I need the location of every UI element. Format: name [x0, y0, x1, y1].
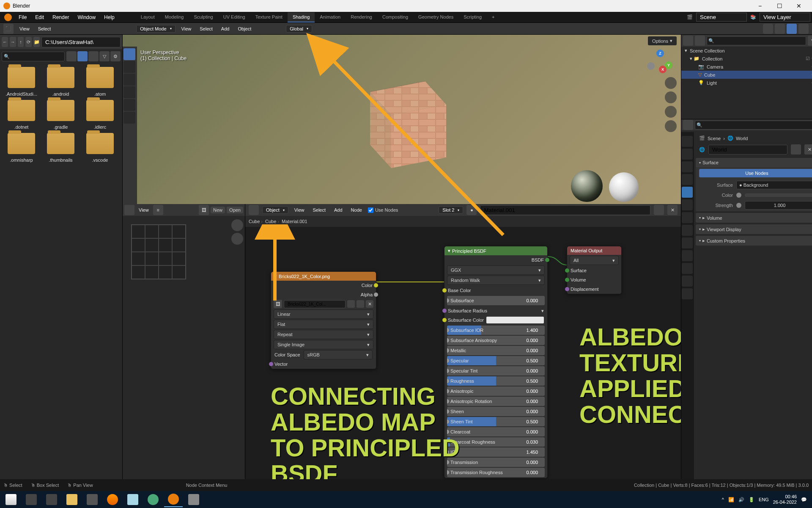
tab-animation[interactable]: Animation — [315, 12, 346, 22]
use-nodes-button[interactable]: Use Nodes — [699, 169, 812, 177]
outliner-mode-button[interactable] — [695, 36, 705, 46]
props-search[interactable]: 🔍 — [695, 121, 812, 130]
ne-select[interactable]: Select — [310, 207, 328, 213]
bc-cube2[interactable]: Cube — [265, 219, 279, 224]
fb-newfolder-button[interactable]: 📁 — [33, 37, 40, 47]
slot-dropdown[interactable]: Slot 2 — [439, 206, 463, 214]
tb-app2[interactable] — [144, 492, 162, 507]
ne-view[interactable]: View — [292, 207, 307, 213]
tab-add[interactable]: + — [487, 12, 499, 22]
proptab-physics[interactable] — [682, 237, 693, 248]
shading-wireframe-button[interactable] — [763, 24, 773, 34]
header-select[interactable]: Select — [36, 25, 54, 32]
extension-dropdown[interactable]: Repeat — [274, 330, 373, 339]
outliner-search[interactable]: 🔍 — [707, 36, 806, 45]
image-unlink-button[interactable] — [347, 300, 355, 308]
tray-battery-icon[interactable]: 🔋 — [749, 497, 754, 502]
image-x-button[interactable]: ✕ — [366, 300, 373, 308]
node-editor[interactable]: Object View Select Add Node Use Nodes Sl… — [245, 204, 681, 479]
material-icon[interactable]: ● — [466, 205, 477, 215]
tray-clock[interactable]: 00:46 26-04-2022 — [773, 494, 797, 505]
ie-image-button[interactable]: 🖼 — [199, 205, 209, 215]
check-icon[interactable]: ☑ — [806, 56, 810, 61]
use-nodes-check[interactable]: Use Nodes — [368, 207, 398, 213]
menu-file[interactable]: File — [14, 13, 31, 22]
node-image-header[interactable]: ▾ Bricks022_1K_Color.png — [271, 272, 376, 281]
fb-filter-button[interactable]: ▽ — [99, 51, 110, 61]
gizmo-x-axis[interactable]: X — [659, 66, 667, 73]
ie-type-button[interactable] — [124, 205, 134, 215]
folder-item[interactable]: .vscode — [82, 133, 118, 163]
strength-dot-icon[interactable] — [736, 203, 741, 208]
zoom-icon[interactable] — [665, 77, 677, 89]
material-name-input[interactable] — [480, 205, 650, 215]
tb-explorer[interactable] — [63, 492, 81, 507]
color-dot-icon[interactable] — [736, 193, 741, 198]
fb-display-grid-button[interactable] — [77, 51, 88, 61]
cube-object[interactable] — [351, 69, 461, 179]
menu-window[interactable]: Window — [73, 13, 100, 22]
world-new-button[interactable] — [791, 144, 801, 155]
interp-dropdown[interactable]: Linear — [274, 309, 373, 319]
tray-lang[interactable]: ENG — [759, 497, 769, 502]
tab-compositing[interactable]: Compositing — [377, 12, 413, 22]
folder-item[interactable]: .gradle — [43, 100, 79, 130]
outliner-type-button[interactable] — [683, 36, 693, 46]
tab-layout[interactable]: Layout — [136, 12, 160, 22]
tool-transform[interactable] — [123, 112, 135, 124]
proptab-constraint[interactable] — [682, 250, 693, 261]
ol-light[interactable]: 💡 Light 👁 — [681, 79, 812, 87]
bsdf-specular-tint[interactable]: Specular Tint0.000 — [447, 366, 545, 375]
ie-view[interactable]: View — [136, 207, 151, 213]
ol-collection[interactable]: ▾ 📁 Collection ☑👁 — [681, 55, 812, 63]
section-viewport-header[interactable]: ▸ Viewport Display — [696, 224, 812, 234]
section-volume-header[interactable]: ▸ Volume — [696, 213, 812, 223]
editortype-button[interactable]: ⬛ — [3, 24, 14, 34]
bsdf-metallic[interactable]: Metallic0.000 — [447, 346, 545, 355]
section-custom-header[interactable]: ▸ Custom Properties — [696, 236, 812, 246]
proptab-object[interactable] — [682, 199, 693, 210]
viewlayer-icon[interactable]: 📚 — [750, 14, 756, 20]
socket-volume-in[interactable] — [565, 278, 569, 282]
vh-add[interactable]: Add — [219, 25, 232, 32]
fb-up-button[interactable]: ↑ — [18, 37, 24, 47]
proptab-world[interactable] — [682, 187, 693, 198]
scene-icon[interactable]: 🎬 — [687, 14, 693, 20]
mat-browse-button[interactable] — [654, 205, 664, 215]
ie-pan-icon[interactable] — [231, 233, 243, 245]
folder-item[interactable]: .thumbnails — [43, 133, 79, 163]
persp-icon[interactable] — [665, 120, 677, 132]
proptab-viewlayer[interactable] — [682, 161, 693, 172]
bsdf-subsurface-radius[interactable]: Subsurface Radius▾ — [444, 306, 547, 315]
menu-render[interactable]: Render — [48, 13, 73, 22]
tab-rendering[interactable]: Rendering — [346, 12, 377, 22]
tab-sculpting[interactable]: Sculpting — [189, 12, 218, 22]
shading-material-button[interactable] — [787, 24, 797, 34]
viewport-3d[interactable]: User Perspective (1) Collection | Cube — [123, 35, 681, 204]
ne-add[interactable]: Add — [332, 207, 345, 213]
ol-cube[interactable]: ▽ Cube 👁 — [681, 71, 812, 79]
menu-help[interactable]: Help — [100, 13, 119, 22]
mode-dropdown[interactable]: Object Mode — [136, 25, 175, 33]
bsdf-header[interactable]: ▾ Principled BSDF — [444, 246, 547, 255]
orientation-dropdown[interactable]: Global — [286, 25, 312, 33]
blender-logo-icon[interactable] — [4, 14, 12, 21]
proptab-material[interactable] — [682, 276, 693, 287]
proptab-modifier[interactable] — [682, 212, 693, 223]
socket-color-out[interactable] — [374, 283, 378, 287]
tb-settings[interactable] — [42, 492, 61, 507]
pan-icon[interactable] — [665, 91, 677, 103]
projection-dropdown[interactable]: Flat — [274, 320, 373, 329]
shading-solid-button[interactable] — [775, 24, 785, 34]
viewlayer-input[interactable] — [760, 13, 810, 22]
shading-rendered-button[interactable] — [798, 24, 809, 34]
menu-edit[interactable]: Edit — [31, 13, 48, 22]
close-button[interactable]: ✕ — [789, 0, 809, 12]
tab-texpaint[interactable]: Texture Paint — [250, 12, 288, 22]
image-open-button[interactable] — [357, 300, 364, 308]
socket-displacement-in[interactable] — [565, 287, 569, 291]
fb-sort-button[interactable] — [88, 51, 99, 61]
bsdf-specular[interactable]: Specular0.500 — [447, 356, 545, 365]
ie-zoom-icon[interactable] — [231, 219, 243, 231]
tray-network-icon[interactable]: 📶 — [728, 497, 734, 502]
